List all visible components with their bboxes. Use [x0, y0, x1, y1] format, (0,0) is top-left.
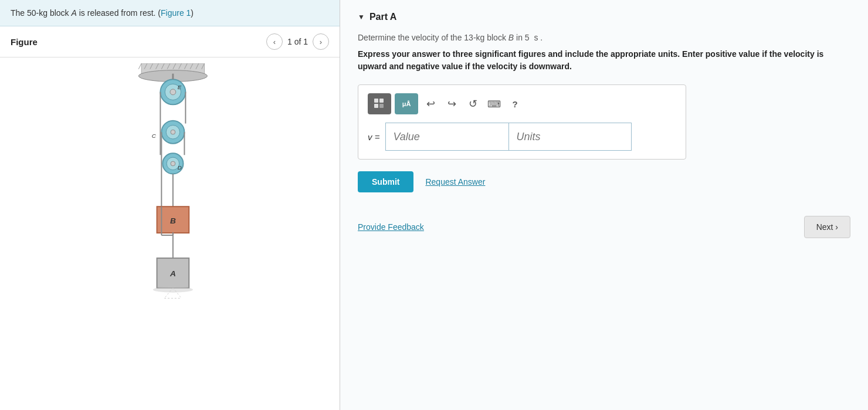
svg-rect-45 [379, 99, 384, 103]
figure-area: E C D [0, 57, 340, 410]
figure-scroll: E C D [0, 57, 340, 410]
left-panel: The 50-kg block A is released from rest.… [0, 0, 340, 410]
part-title: Part A [369, 12, 397, 22]
figure-header: Figure ‹ 1 of 1 › [0, 26, 340, 57]
figure-prev-button[interactable]: ‹ [266, 33, 283, 50]
reset-button[interactable]: ↺ [464, 95, 482, 113]
figure-nav: ‹ 1 of 1 › [266, 33, 329, 50]
keyboard-button[interactable]: ⌨ [485, 95, 503, 113]
figure-count: 1 of 1 [287, 37, 308, 46]
figure-next-button[interactable]: › [313, 33, 329, 50]
matrix-button[interactable] [368, 93, 391, 114]
value-input[interactable] [385, 123, 508, 151]
mu-button[interactable]: μÅ [395, 93, 418, 114]
problem-statement: The 50-kg block A is released from rest.… [0, 0, 340, 26]
svg-point-16 [170, 89, 176, 95]
problem-text: The 50-kg block A is released from rest.… [11, 8, 194, 18]
part-collapse-icon[interactable]: ▼ [358, 13, 365, 21]
undo-button[interactable]: ↩ [422, 95, 439, 113]
request-answer-button[interactable]: Request Answer [425, 177, 485, 187]
svg-point-40 [152, 287, 192, 293]
redo-button[interactable]: ↪ [443, 95, 460, 113]
figure-link[interactable]: Figure 1 [161, 8, 191, 18]
action-row: Submit Request Answer [358, 171, 850, 192]
v-label: v = [368, 132, 379, 142]
next-button[interactable]: Next › [804, 216, 850, 238]
svg-line-1 [138, 63, 141, 69]
part-header: ▼ Part A [358, 12, 850, 22]
svg-text:A: A [169, 269, 176, 278]
svg-text:D: D [177, 164, 181, 171]
submit-button[interactable]: Submit [358, 171, 413, 192]
figure-label: Figure [11, 37, 38, 47]
help-button[interactable]: ? [506, 95, 524, 113]
svg-point-24 [170, 130, 175, 134]
physics-diagram: E C D [111, 63, 229, 310]
matrix-icon [374, 98, 385, 110]
svg-text:E: E [177, 84, 181, 90]
feedback-button[interactable]: Provide Feedback [358, 222, 424, 232]
input-row: v = [368, 123, 676, 151]
svg-text:B: B [170, 216, 176, 225]
svg-rect-47 [379, 104, 384, 108]
units-input[interactable] [508, 123, 632, 151]
question-instructions: Express your answer to three significant… [358, 48, 850, 73]
answer-container: μÅ ↩ ↪ ↺ ⌨ ? v = [358, 84, 686, 160]
bottom-row: Provide Feedback Next › [358, 216, 850, 238]
question-text: Determine the velocity of the 13-kg bloc… [358, 33, 850, 42]
svg-rect-46 [374, 104, 378, 108]
svg-rect-44 [374, 99, 378, 103]
toolbar: μÅ ↩ ↪ ↺ ⌨ ? [368, 93, 676, 114]
svg-point-29 [170, 161, 175, 166]
right-panel: ▼ Part A Determine the velocity of the 1… [340, 0, 868, 410]
svg-text:C: C [151, 133, 156, 139]
